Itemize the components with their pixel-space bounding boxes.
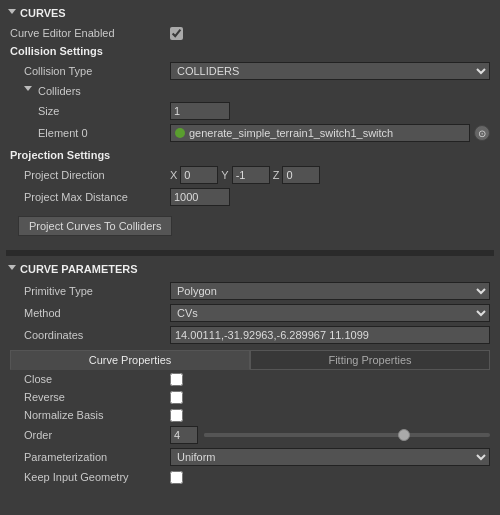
collision-type-label: Collision Type xyxy=(10,65,170,77)
keep-input-label: Keep Input Geometry xyxy=(10,471,170,483)
close-label: Close xyxy=(10,373,170,385)
curves-triangle-icon xyxy=(8,9,16,18)
curve-editor-label: Curve Editor Enabled xyxy=(10,27,170,39)
curve-editor-checkbox[interactable] xyxy=(170,27,183,40)
tab-curve-properties[interactable]: Curve Properties xyxy=(10,350,250,370)
project-max-distance-row: Project Max Distance xyxy=(6,186,494,208)
curve-params-triangle-icon xyxy=(8,265,16,274)
colliders-triangle-icon xyxy=(24,86,32,95)
normalize-basis-content xyxy=(170,409,490,422)
curve-params-label: CURVE PARAMETERS xyxy=(20,263,138,275)
keep-input-content xyxy=(170,471,490,484)
project-direction-row: Project Direction X Y Z xyxy=(6,164,494,186)
coordinates-row: Coordinates 14.00111,-31.92963,-6.289967… xyxy=(6,324,494,346)
parameterization-content: Uniform xyxy=(170,448,490,466)
project-curves-btn-row: Project Curves To Colliders xyxy=(6,208,494,246)
close-checkbox[interactable] xyxy=(170,373,183,386)
collision-type-select[interactable]: COLLIDERS xyxy=(170,62,490,80)
close-content xyxy=(170,373,490,386)
reverse-label: Reverse xyxy=(10,391,170,403)
element0-row: Element 0 generate_simple_terrain1_switc… xyxy=(6,122,494,144)
size-row: Size 1 xyxy=(6,100,494,122)
curve-parameters-header[interactable]: CURVE PARAMETERS xyxy=(6,260,494,278)
element0-content: generate_simple_terrain1_switch1_switch … xyxy=(170,124,490,142)
project-direction-content: X Y Z xyxy=(170,166,490,184)
order-content xyxy=(170,426,490,444)
primitive-type-select[interactable]: Polygon xyxy=(170,282,490,300)
reverse-content xyxy=(170,391,490,404)
collision-settings-label: Collision Settings xyxy=(10,45,170,57)
parameterization-select[interactable]: Uniform xyxy=(170,448,490,466)
colliders-label: Colliders xyxy=(10,85,170,97)
close-row: Close xyxy=(6,370,494,388)
parameterization-row: Parameterization Uniform xyxy=(6,446,494,468)
collision-type-content: COLLIDERS xyxy=(170,62,490,80)
order-row: Order xyxy=(6,424,494,446)
parameterization-label: Parameterization xyxy=(10,451,170,463)
order-slider-thumb[interactable] xyxy=(398,429,410,441)
y-label: Y xyxy=(221,169,228,181)
method-select[interactable]: CVs xyxy=(170,304,490,322)
z-label: Z xyxy=(273,169,280,181)
order-input[interactable] xyxy=(170,426,198,444)
primitive-type-content: Polygon xyxy=(170,282,490,300)
order-slider-track[interactable] xyxy=(204,433,490,437)
curves-section-header[interactable]: CURVES xyxy=(6,4,494,22)
project-max-distance-content xyxy=(170,188,490,206)
normalize-basis-label: Normalize Basis xyxy=(10,409,170,421)
coordinates-content: 14.00111,-31.92963,-6.289967 11.1099 xyxy=(170,326,490,344)
element0-select-button[interactable]: ⊙ xyxy=(474,125,490,141)
collision-type-row: Collision Type COLLIDERS xyxy=(6,60,494,82)
y-input[interactable] xyxy=(232,166,270,184)
method-content: CVs xyxy=(170,304,490,322)
coordinates-label: Coordinates xyxy=(10,329,170,341)
primitive-type-label: Primitive Type xyxy=(10,285,170,297)
order-slider-container xyxy=(170,426,490,444)
projection-settings-header-row: Projection Settings xyxy=(6,146,494,164)
project-curves-button[interactable]: Project Curves To Colliders xyxy=(18,216,172,236)
method-row: Method CVs xyxy=(6,302,494,324)
reverse-row: Reverse xyxy=(6,388,494,406)
keep-input-checkbox[interactable] xyxy=(170,471,183,484)
curve-tabs: Curve Properties Fitting Properties xyxy=(10,350,490,370)
section-divider xyxy=(6,250,494,256)
normalize-basis-row: Normalize Basis xyxy=(6,406,494,424)
reverse-checkbox[interactable] xyxy=(170,391,183,404)
primitive-type-row: Primitive Type Polygon xyxy=(6,280,494,302)
element0-text: generate_simple_terrain1_switch1_switch xyxy=(189,127,393,139)
size-input[interactable]: 1 xyxy=(170,102,230,120)
order-slider-fill xyxy=(204,433,404,437)
coordinates-value-display: 14.00111,-31.92963,-6.289967 11.1099 xyxy=(170,326,490,344)
normalize-basis-checkbox[interactable] xyxy=(170,409,183,422)
collision-settings-header-row: Collision Settings xyxy=(6,42,494,60)
project-max-distance-label: Project Max Distance xyxy=(10,191,170,203)
tab-fitting-properties[interactable]: Fitting Properties xyxy=(250,350,490,370)
projection-settings-label: Projection Settings xyxy=(10,149,170,161)
project-direction-label: Project Direction xyxy=(10,169,170,181)
size-label: Size xyxy=(10,105,170,117)
coordinates-text: 14.00111,-31.92963,-6.289967 11.1099 xyxy=(175,329,369,341)
x-input[interactable] xyxy=(180,166,218,184)
order-label: Order xyxy=(10,429,170,441)
curve-editor-row: Curve Editor Enabled xyxy=(6,24,494,42)
z-input[interactable] xyxy=(282,166,320,184)
size-content: 1 xyxy=(170,102,490,120)
method-label: Method xyxy=(10,307,170,319)
x-label: X xyxy=(170,169,177,181)
colliders-row: Colliders xyxy=(6,82,494,100)
element0-label: Element 0 xyxy=(10,127,170,139)
element0-dot-icon xyxy=(175,128,185,138)
main-panel: CURVES Curve Editor Enabled Collision Se… xyxy=(0,0,500,490)
max-distance-input[interactable] xyxy=(170,188,230,206)
curves-label: CURVES xyxy=(20,7,66,19)
curve-editor-content xyxy=(170,27,490,40)
keep-input-row: Keep Input Geometry xyxy=(6,468,494,486)
element0-value-display: generate_simple_terrain1_switch1_switch xyxy=(170,124,470,142)
